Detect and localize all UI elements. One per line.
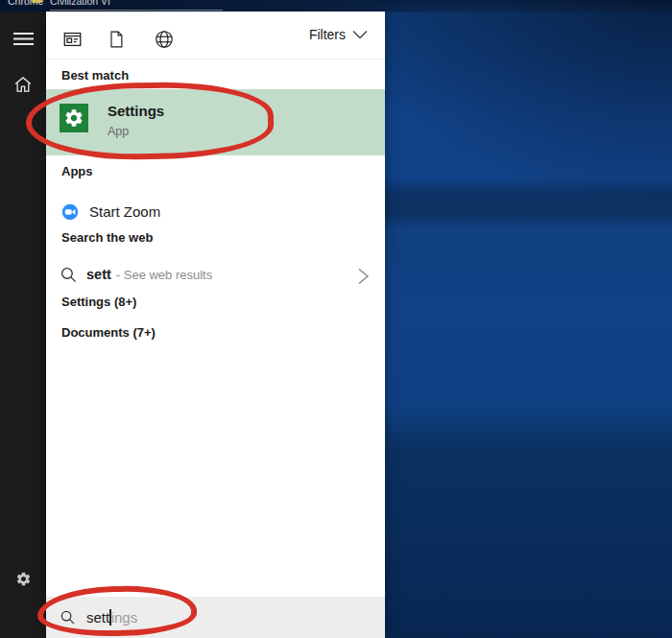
best-match-title: Settings xyxy=(108,103,164,119)
apps-filter-button[interactable] xyxy=(61,29,84,50)
search-filter-bar: Filters xyxy=(46,12,385,59)
hamburger-menu-button[interactable] xyxy=(0,17,46,59)
web-query: sett xyxy=(86,267,111,282)
settings-section-header[interactable]: Settings (8+) xyxy=(61,295,136,309)
settings-app-tile xyxy=(60,104,88,132)
filters-label: Filters xyxy=(309,27,346,42)
settings-gear-icon xyxy=(63,107,84,129)
documents-section-header[interactable]: Documents (7+) xyxy=(61,325,156,340)
background-window-label: Civilization VI xyxy=(50,0,110,7)
search-input[interactable]: settings xyxy=(46,597,385,638)
search-results-panel: Filters Best match Settings App Apps xyxy=(46,12,385,638)
search-icon xyxy=(60,266,78,284)
home-icon xyxy=(13,75,33,94)
filters-dropdown[interactable]: Filters xyxy=(309,27,368,42)
home-button[interactable] xyxy=(0,63,46,106)
document-icon xyxy=(107,29,129,50)
web-result-text: sett- See web results xyxy=(86,267,212,282)
best-match-heading: Best match xyxy=(61,68,129,83)
documents-filter-button[interactable] xyxy=(107,29,129,50)
result-title: Start Zoom xyxy=(89,203,160,220)
best-match-result-settings[interactable]: Settings App xyxy=(46,89,385,155)
apps-section-heading: Apps xyxy=(61,164,93,178)
sidebar-settings-button[interactable] xyxy=(0,557,46,600)
web-filter-button[interactable] xyxy=(154,29,176,50)
typed-text: sett xyxy=(86,609,109,626)
web-suffix: - See web results xyxy=(116,268,212,282)
result-start-zoom[interactable]: Start Zoom xyxy=(46,196,385,230)
web-globe-icon xyxy=(154,29,176,50)
autocomplete-suggestion: ings xyxy=(111,609,138,626)
background-window-strip: Chrome Civilization VI xyxy=(0,0,672,12)
search-input-text: settings xyxy=(86,597,137,638)
best-match-subtitle: App xyxy=(108,125,129,138)
apps-window-icon xyxy=(61,29,84,50)
hamburger-menu-icon xyxy=(13,32,34,46)
search-icon xyxy=(60,609,76,626)
web-search-result[interactable]: sett- See web results xyxy=(46,259,385,294)
start-menu-sidebar xyxy=(0,12,46,638)
chevron-right-icon xyxy=(357,268,370,285)
zoom-app-icon xyxy=(61,203,79,221)
gear-icon xyxy=(15,571,32,587)
partial-glyph xyxy=(32,0,42,3)
window-edge-line xyxy=(50,10,223,11)
search-the-web-heading: Search the web xyxy=(61,230,153,245)
chevron-down-icon xyxy=(352,30,368,39)
